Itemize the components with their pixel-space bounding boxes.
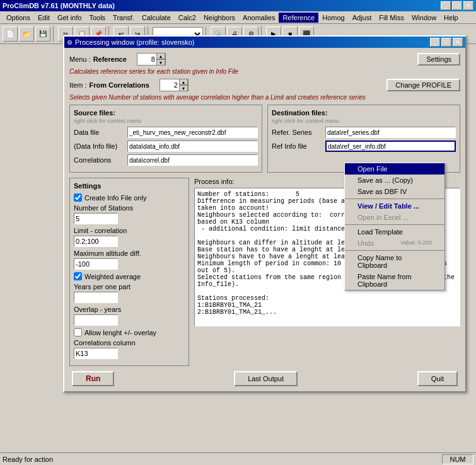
- limit-corr-input[interactable]: [74, 236, 118, 247]
- item-desc: Selects given Number of stations with av…: [69, 94, 460, 101]
- menu-tools[interactable]: Tools: [85, 13, 109, 23]
- allow-lenght-label: Allow lenght +/- overlay: [84, 329, 156, 336]
- ctx-save-copy[interactable]: Save as ... (Copy): [345, 175, 444, 186]
- toolbar-save[interactable]: 💾: [35, 26, 50, 42]
- ctx-sep3: [345, 250, 444, 251]
- proc-title-icon: ⚙: [67, 39, 73, 46]
- dest-hint: right click for context menu: [272, 118, 456, 124]
- proc-title-bar: ⚙ Processing window (profile: slovensko)…: [64, 37, 465, 48]
- max-alt-input[interactable]: [74, 258, 118, 270]
- ref-info-label: Ref Info file: [272, 142, 325, 150]
- change-profile-button[interactable]: Change PROFILE: [386, 79, 460, 91]
- correlations-row: Correlations: [74, 154, 258, 166]
- item-spinner-up[interactable]: ▲: [179, 79, 188, 85]
- data-info-row: (Data Info file): [74, 141, 258, 152]
- proc-maximize[interactable]: □: [441, 38, 451, 47]
- run-button[interactable]: Run: [72, 371, 114, 386]
- correlations-input[interactable]: [127, 154, 258, 166]
- item-spinner[interactable]: ▲ ▼: [160, 79, 189, 91]
- ctx-paste-name[interactable]: Paste Name from Clipboard: [345, 271, 444, 290]
- menu-spinner-input[interactable]: [137, 55, 156, 63]
- menu-line: Menu : Reference ▲ ▼ Settings: [69, 53, 460, 66]
- item-value: From Correlations: [90, 81, 149, 89]
- num-stations-row: Number of Stations: [74, 204, 185, 224]
- menu-anomalies[interactable]: Anomalies: [239, 13, 279, 23]
- ctx-view-edit[interactable]: View / Edit Table ...: [345, 200, 444, 212]
- menu-spinner[interactable]: ▲ ▼: [137, 53, 166, 66]
- menu-options[interactable]: Options: [3, 13, 34, 23]
- menu-bar: Options Edit Get info Tools Transf. Calc…: [0, 11, 476, 24]
- refer-series-label: Refer. Series: [272, 129, 325, 136]
- menu-adjust[interactable]: Adjust: [349, 13, 376, 23]
- menu-homog[interactable]: Homog: [318, 13, 348, 23]
- menu-reference[interactable]: Reference: [279, 13, 318, 23]
- ctx-save-dbf[interactable]: Save as DBF IV: [345, 186, 444, 197]
- overlap-label: Overlap - years: [74, 306, 185, 313]
- context-menu: Open File Save as ... (Copy) Save as DBF…: [344, 163, 445, 290]
- app-title: ProClimDB v7.61 (MONTHLY data): [3, 2, 115, 9]
- menu-window[interactable]: Window: [408, 13, 440, 23]
- max-alt-label: Maximum altitude diff.: [74, 250, 185, 257]
- quit-button[interactable]: Quit: [417, 371, 458, 386]
- source-files-title: Source files:: [74, 109, 258, 117]
- create-info-checkbox[interactable]: [74, 193, 82, 202]
- years-per-part-input[interactable]: [74, 292, 118, 303]
- close-button[interactable]: ✕: [463, 1, 473, 10]
- data-file-input[interactable]: [127, 127, 258, 138]
- refer-series-input[interactable]: [325, 127, 456, 138]
- menu-help[interactable]: Help: [440, 13, 462, 23]
- title-bar: ProClimDB v7.61 (MONTHLY data) _ □ ✕: [0, 0, 476, 11]
- item-line: Item : From Correlations ▲ ▼ Change PROF…: [69, 79, 460, 91]
- overlap-input[interactable]: [74, 314, 118, 326]
- toolbar-new[interactable]: 📄: [3, 26, 18, 42]
- ref-info-input[interactable]: [325, 141, 456, 152]
- toolbar-sep1: [53, 26, 55, 42]
- status-right: NUM: [442, 454, 473, 464]
- item-spinner-input[interactable]: [160, 81, 179, 89]
- menu-fill-miss[interactable]: Fill Miss: [375, 13, 408, 23]
- corr-col-label: Correlations column: [74, 339, 185, 347]
- proc-close[interactable]: ✕: [453, 38, 463, 47]
- status-num: NUM: [442, 454, 473, 464]
- menu-spinner-up[interactable]: ▲: [156, 53, 165, 59]
- ctx-copy-name[interactable]: Copy Name to Clipboard: [345, 252, 444, 271]
- corr-col-row: Correlations column: [74, 339, 185, 359]
- settings-button[interactable]: Settings: [417, 53, 460, 66]
- allow-lenght-checkbox[interactable]: [74, 328, 82, 336]
- proc-minimize[interactable]: _: [430, 38, 440, 47]
- data-info-label: (Data Info file): [74, 142, 127, 150]
- menu-edit[interactable]: Edit: [34, 13, 54, 23]
- menu-get-info[interactable]: Get info: [54, 13, 86, 23]
- data-info-input[interactable]: [127, 141, 258, 152]
- dest-files-title: Destination files:: [272, 109, 456, 117]
- item-spinner-down[interactable]: ▼: [179, 85, 188, 91]
- ctx-sep2: [345, 224, 444, 225]
- allow-lenght-row: Allow lenght +/- overlay: [74, 328, 185, 336]
- ctx-open-file[interactable]: Open File: [345, 163, 444, 175]
- weighted-avg-checkbox[interactable]: [74, 272, 82, 280]
- weighted-avg-label: Weighted average: [84, 273, 141, 280]
- data-file-label: Data file: [74, 129, 127, 136]
- menu-neighbors[interactable]: Neighbors: [200, 13, 239, 23]
- source-hint: right click for context menu: [74, 118, 258, 124]
- toolbar-open[interactable]: 📂: [19, 26, 34, 42]
- proc-title-text: Processing window (profile: slovensko): [75, 38, 195, 46]
- menu-spinner-down[interactable]: ▼: [156, 59, 165, 66]
- last-output-button[interactable]: Last Output: [234, 371, 298, 386]
- menu-desc: Calculates reference series for each sta…: [69, 68, 460, 75]
- status-text: Ready for action: [3, 456, 53, 463]
- corr-col-input[interactable]: [74, 348, 118, 359]
- minimize-button[interactable]: _: [441, 1, 451, 10]
- menu-calculate[interactable]: Calculate: [138, 13, 175, 23]
- settings-panel: Settings Create Info File only Number of…: [69, 178, 189, 366]
- ctx-load-template[interactable]: Load Template: [345, 226, 444, 238]
- ref-info-row: Ref Info file: [272, 141, 456, 152]
- correlations-label: Correlations: [74, 156, 127, 164]
- maximize-button[interactable]: □: [452, 1, 462, 10]
- source-files-panel: Source files: right click for context me…: [69, 105, 262, 173]
- item-label: Item :: [69, 81, 87, 89]
- menu-transf[interactable]: Transf.: [109, 13, 138, 23]
- menu-calc2[interactable]: Calc2: [175, 13, 200, 23]
- create-info-row: Create Info File only: [74, 193, 185, 202]
- num-stations-input[interactable]: [74, 213, 118, 224]
